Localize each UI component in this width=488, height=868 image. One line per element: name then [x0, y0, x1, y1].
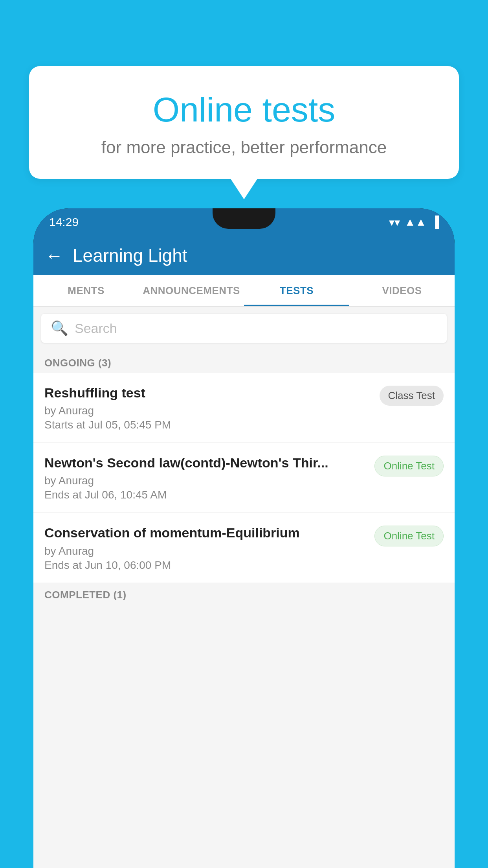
tab-announcements[interactable]: ANNOUNCEMENTS [139, 275, 244, 306]
test-info-2: Newton's Second law(contd)-Newton's Thir… [44, 454, 367, 501]
status-icons: ▾▾ ▲▲ ▐ [389, 216, 439, 229]
back-button[interactable]: ← [45, 245, 63, 266]
test-item-1[interactable]: Reshuffling test by Anurag Starts at Jul… [33, 373, 455, 442]
test-info-3: Conservation of momentum-Equilibrium by … [44, 524, 367, 571]
test-date-1: Starts at Jul 05, 05:45 PM [44, 419, 372, 431]
badge-online-test-3: Online Test [374, 526, 444, 546]
badge-online-test-2: Online Test [374, 456, 444, 476]
signal-icon: ▲▲ [405, 216, 426, 228]
completed-section-header: COMPLETED (1) [33, 583, 455, 605]
test-name-1: Reshuffling test [44, 384, 372, 401]
ongoing-section-header: ONGOING (3) [33, 350, 455, 373]
search-bar[interactable]: 🔍 Search [41, 314, 447, 343]
tabs-container: MENTS ANNOUNCEMENTS TESTS VIDEOS [33, 275, 455, 307]
bubble-title: Online tests [49, 90, 439, 130]
battery-icon: ▐ [431, 216, 439, 228]
notch [213, 208, 275, 229]
speech-bubble: Online tests for more practice, better p… [29, 66, 459, 179]
test-date-3: Ends at Jun 10, 06:00 PM [44, 559, 367, 572]
test-by-3: by Anurag [44, 545, 367, 557]
test-name-3: Conservation of momentum-Equilibrium [44, 524, 367, 541]
bubble-subtitle: for more practice, better performance [49, 138, 439, 157]
tab-tests[interactable]: TESTS [244, 275, 349, 306]
test-name-2: Newton's Second law(contd)-Newton's Thir… [44, 454, 367, 471]
wifi-icon: ▾▾ [389, 216, 400, 229]
app-bar-title: Learning Light [73, 245, 187, 266]
tab-ments[interactable]: MENTS [33, 275, 139, 306]
search-placeholder: Search [75, 321, 117, 336]
status-bar: 14:29 ▾▾ ▲▲ ▐ [33, 208, 455, 236]
badge-class-test-1: Class Test [380, 386, 444, 406]
phone-frame: 14:29 ▾▾ ▲▲ ▐ ← Learning Light MENTS ANN… [33, 208, 455, 868]
test-by-2: by Anurag [44, 474, 367, 487]
test-item-2[interactable]: Newton's Second law(contd)-Newton's Thir… [33, 443, 455, 512]
test-by-1: by Anurag [44, 405, 372, 417]
status-time: 14:29 [49, 215, 79, 229]
search-icon: 🔍 [51, 320, 68, 337]
test-date-2: Ends at Jul 06, 10:45 AM [44, 489, 367, 501]
app-bar: ← Learning Light [33, 236, 455, 275]
tab-videos[interactable]: VIDEOS [349, 275, 455, 306]
test-info-1: Reshuffling test by Anurag Starts at Jul… [44, 384, 372, 431]
phone-content: 🔍 Search ONGOING (3) Reshuffling test by… [33, 307, 455, 868]
test-item-3[interactable]: Conservation of momentum-Equilibrium by … [33, 513, 455, 582]
